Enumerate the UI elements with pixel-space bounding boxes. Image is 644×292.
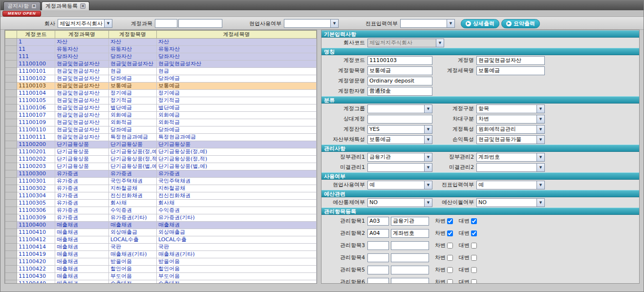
- table-row[interactable]: 11100302유가증권지하철공채지하철공채: [5, 185, 317, 192]
- row-selector[interactable]: [5, 97, 17, 104]
- mgmt-item-code-input[interactable]: [367, 241, 389, 250]
- hanja-name-input[interactable]: [367, 87, 432, 96]
- table-row[interactable]: 11100103현금및현금성자산보통예금보통예금: [5, 83, 317, 90]
- row-selector[interactable]: [5, 119, 17, 126]
- row-selector[interactable]: [5, 280, 17, 284]
- credit-checkbox[interactable]: [471, 267, 477, 273]
- account-character-select[interactable]: 원화예적금관리 ▼: [476, 125, 545, 134]
- row-selector[interactable]: [5, 134, 17, 141]
- mgmt-item-name-input[interactable]: [391, 253, 429, 262]
- table-row[interactable]: 111당좌자산당좌자산당좌자산: [5, 53, 317, 61]
- debit-credit-gubun-select[interactable]: 차변 ▼: [476, 115, 545, 124]
- table-row[interactable]: 11100200단기금융상품단기금융상품단기금융상품: [5, 141, 317, 148]
- counter-account-input[interactable]: [367, 115, 432, 124]
- table-row[interactable]: 11100109현금및현금성자산외화적금외화적금: [5, 119, 317, 126]
- table-row[interactable]: 11100100현금및현금성자산현금및현금성자산현금및현금성자산: [5, 61, 317, 68]
- row-selector[interactable]: [5, 185, 17, 192]
- row-selector[interactable]: [5, 75, 17, 83]
- row-selector[interactable]: [5, 222, 17, 229]
- table-row[interactable]: 11100419매출채권매출채권(기타)매출채권(기타): [5, 251, 317, 258]
- table-row[interactable]: 11100104현금및현금성자산정기예금정기예금: [5, 90, 317, 97]
- table-row[interactable]: 11100301유가증권국민주택채권국민주택채권: [5, 178, 317, 185]
- table-row[interactable]: 11100422매출채권할인어음할인어음: [5, 266, 317, 273]
- open-manage1-select[interactable]: ▼: [367, 163, 432, 172]
- row-selector[interactable]: [5, 39, 17, 46]
- debit-checkbox[interactable]: [447, 243, 453, 249]
- credit-checkbox[interactable]: [471, 230, 477, 236]
- account-balance-select[interactable]: YES ▼: [367, 125, 432, 134]
- account-gubun-select[interactable]: 항목 ▼: [476, 104, 545, 113]
- summary-print-button[interactable]: ▶ 요약출력: [501, 19, 540, 28]
- table-row[interactable]: 11100304유가증권전신전화채권전신전화채권: [5, 192, 317, 200]
- menu-open-button[interactable]: MENU OPEN: [2, 11, 41, 17]
- row-selector[interactable]: [5, 90, 17, 97]
- row-selector[interactable]: [5, 229, 17, 236]
- debit-checkbox[interactable]: [447, 230, 453, 236]
- close-icon[interactable]: ✕: [31, 3, 37, 9]
- row-selector[interactable]: [5, 207, 17, 214]
- credit-checkbox[interactable]: [471, 255, 477, 261]
- row-selector[interactable]: [5, 170, 17, 178]
- table-row[interactable]: 11100203단기금융상품단기금융상품(별,예)단기금융상품(별,예): [5, 163, 317, 170]
- budget-carry-select[interactable]: NO ▼: [476, 198, 545, 207]
- row-selector[interactable]: [5, 83, 17, 90]
- detail-print-button[interactable]: ▶ 상세출력: [461, 19, 499, 28]
- row-selector[interactable]: [5, 244, 17, 251]
- row-selector[interactable]: [5, 46, 17, 53]
- account-group-select[interactable]: ▼: [367, 104, 432, 113]
- row-selector[interactable]: [5, 112, 17, 119]
- use-yn-select[interactable]: 예 ▼: [367, 181, 432, 189]
- table-row[interactable]: 1자산자산자산: [5, 39, 317, 46]
- mgmt-item-name-input[interactable]: [391, 278, 429, 284]
- credit-checkbox[interactable]: [471, 279, 477, 284]
- row-selector[interactable]: [5, 192, 17, 200]
- english-name-input[interactable]: [367, 77, 432, 85]
- table-row[interactable]: 11100107현금및현금성자산외화예금외화예금: [5, 112, 317, 119]
- table-row[interactable]: 11100420매출채권받을어음받을어음: [5, 258, 317, 266]
- table-row[interactable]: 11100440매출채권수출대전수출대전: [5, 280, 317, 284]
- row-selector[interactable]: [5, 126, 17, 134]
- table-row[interactable]: 11100101현금및현금성자산현금현금: [5, 68, 317, 75]
- profit-loss-select[interactable]: 현금및현금등가물 ▼: [476, 135, 545, 144]
- company-code-select[interactable]: 제일저지주식회사 ▼: [367, 39, 444, 47]
- mgmt-item-name-input[interactable]: [391, 217, 429, 226]
- table-row[interactable]: 11100300유가증권유가증권유가증권: [5, 170, 317, 178]
- table-row[interactable]: 11100414매출채권국판국판: [5, 244, 317, 251]
- slip-yn-select[interactable]: 예 ▼: [476, 181, 545, 189]
- account-name-input[interactable]: [476, 56, 545, 65]
- table-row[interactable]: 11100105현금및현금성자산정기적금정기적금: [5, 97, 317, 104]
- debit-checkbox[interactable]: [447, 267, 453, 273]
- account-name-filter-input[interactable]: [178, 19, 222, 28]
- mgmt-item-code-input[interactable]: [367, 278, 389, 284]
- table-row[interactable]: 11100410매출채권외상매출금외상매출금: [5, 229, 317, 236]
- row-selector[interactable]: [5, 68, 17, 75]
- table-row[interactable]: 11100309유가증권유가증권(기타)유가증권(기타): [5, 214, 317, 222]
- row-selector[interactable]: [5, 266, 17, 273]
- table-row[interactable]: 11100305유가증권회사채회사채: [5, 200, 317, 207]
- asset-liability-select[interactable]: 보통예금 ▼: [367, 135, 432, 144]
- row-selector[interactable]: [5, 148, 17, 156]
- row-selector[interactable]: [5, 200, 17, 207]
- open-manage2-select[interactable]: ▼: [476, 163, 545, 172]
- row-selector[interactable]: [5, 53, 17, 61]
- row-selector[interactable]: [5, 236, 17, 244]
- table-row[interactable]: 11100102현금및현금성자산당좌예금당좌예금: [5, 75, 317, 83]
- item-name-input[interactable]: [367, 66, 432, 75]
- table-row[interactable]: 11100306유가증권수익증권수익증권: [5, 207, 317, 214]
- mgmt-item-name-input[interactable]: [391, 266, 429, 274]
- table-row[interactable]: 11100110현금및현금성자산당좌예금당좌예금: [5, 126, 317, 134]
- tab-notice[interactable]: 공지사항 ✕: [3, 1, 41, 10]
- row-selector[interactable]: [5, 156, 17, 163]
- account-code-filter-input[interactable]: [155, 19, 177, 28]
- debit-checkbox[interactable]: [447, 255, 453, 261]
- account-code-input[interactable]: [367, 56, 432, 65]
- table-row[interactable]: 11100430매출채권부도어음부도어음: [5, 273, 317, 280]
- detail-name-input[interactable]: [476, 66, 545, 75]
- mgmt-item-code-input[interactable]: [367, 266, 389, 274]
- table-row[interactable]: 11100111현금및현금성자산특정현금과예금특정현금과예금: [5, 134, 317, 141]
- debit-checkbox[interactable]: [447, 218, 453, 224]
- book-manage1-select[interactable]: 금융기관 ▼: [367, 153, 432, 162]
- table-row[interactable]: 11유동자산유동자산유동자산: [5, 46, 317, 53]
- budget-control-select[interactable]: NO ▼: [367, 198, 432, 207]
- row-selector[interactable]: [5, 273, 17, 280]
